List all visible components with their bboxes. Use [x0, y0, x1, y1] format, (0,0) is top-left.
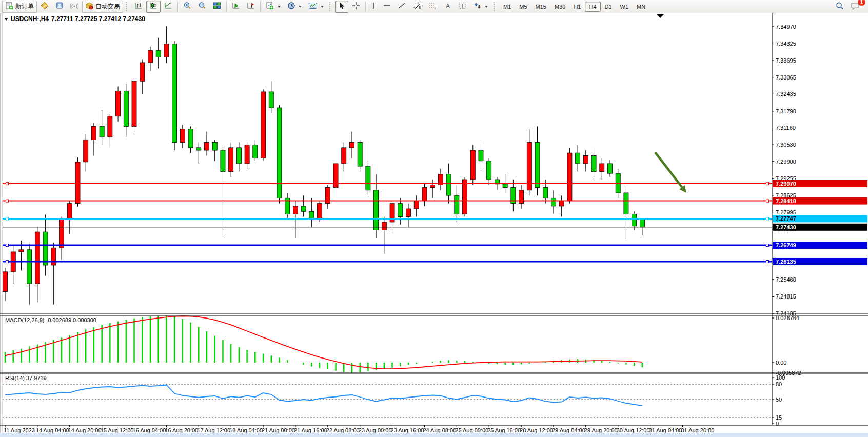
- chevron-down-icon: [321, 6, 324, 8]
- templates-icon: [308, 2, 318, 11]
- timeframe-D1[interactable]: D1: [601, 2, 616, 12]
- price-tick-label: 7.31790: [776, 108, 796, 114]
- rsi-axis-label: 15: [776, 414, 782, 421]
- candle-body: [430, 185, 435, 187]
- macd-axis-label: 0.026764: [776, 315, 799, 321]
- text-label-button[interactable]: T: [455, 1, 470, 13]
- navigator-button[interactable]: [37, 1, 52, 13]
- candle-body: [19, 250, 24, 252]
- hline-handle[interactable]: [6, 182, 9, 185]
- price-tick-label: 7.33695: [776, 57, 796, 64]
- hline-handle[interactable]: [6, 244, 9, 247]
- templates-button[interactable]: [305, 1, 327, 13]
- timeframe-M5[interactable]: M5: [515, 2, 531, 12]
- chart-canvas[interactable]: 7.349707.343257.336957.330657.324357.317…: [0, 13, 868, 437]
- autotrading-icon: [85, 2, 93, 11]
- new-order-button[interactable]: 新订单: [2, 1, 37, 13]
- candle-body: [43, 232, 48, 265]
- candle-body: [100, 126, 104, 137]
- candlestick-chart-button[interactable]: [146, 1, 161, 13]
- fibonacci-button[interactable]: F: [425, 1, 441, 13]
- line-chart-button[interactable]: [161, 1, 175, 13]
- one-click-trading-caret-icon[interactable]: [4, 18, 8, 21]
- trendline-button[interactable]: [394, 1, 409, 13]
- search-button[interactable]: [832, 1, 847, 13]
- chart-title: USDCNH-,H4 7.27711 7.27725 7.27412 7.274…: [4, 15, 145, 23]
- mt4-application-window: 新订单 自动交易: [0, 0, 868, 437]
- notification-count-badge: 1: [858, 0, 865, 6]
- candle-body: [35, 232, 40, 284]
- rsi-axis-label: 50: [776, 396, 782, 403]
- market-watch-button[interactable]: [52, 1, 67, 13]
- candle-body: [164, 44, 169, 57]
- candle-body: [463, 180, 467, 214]
- navigator-icon: [41, 2, 49, 11]
- timeframe-M1[interactable]: M1: [499, 2, 515, 12]
- new-order-label: 新订单: [15, 2, 34, 11]
- chart-shift-button[interactable]: [244, 1, 258, 13]
- horizontal-line-button[interactable]: [380, 1, 394, 13]
- signals-button[interactable]: [67, 1, 82, 13]
- hline-handle[interactable]: [6, 260, 9, 263]
- hline-handle[interactable]: [6, 200, 9, 202]
- price-tick-label: 7.30530: [776, 142, 796, 148]
- auto-scroll-button[interactable]: [229, 1, 243, 13]
- price-tick-label: 7.31160: [776, 125, 796, 131]
- chart-shift-icon: [247, 2, 255, 11]
- new-chart-button[interactable]: [263, 1, 284, 13]
- chart-window: 7.349707.343257.336957.330657.324357.317…: [0, 13, 868, 437]
- candle-body: [527, 142, 531, 190]
- price-badge-label: 7.28418: [776, 198, 796, 204]
- autotrading-button[interactable]: 自动交易: [82, 1, 123, 13]
- hline-handle[interactable]: [766, 244, 769, 247]
- candle-body: [349, 142, 354, 147]
- zoom-out-button[interactable]: [195, 1, 209, 13]
- timeframe-H4[interactable]: H4: [585, 2, 600, 12]
- candle-body: [205, 142, 209, 150]
- timeframe-W1[interactable]: W1: [616, 2, 633, 12]
- chart-title-ohlc: 7.27711 7.27725 7.27412 7.27430: [51, 15, 145, 23]
- chevron-down-icon: [278, 6, 281, 8]
- signal-icon: [70, 2, 78, 11]
- candle-body: [422, 188, 427, 201]
- candle-body: [212, 142, 217, 150]
- periods-button[interactable]: [284, 1, 305, 13]
- toolbar-grip: [494, 2, 497, 11]
- tile-windows-button[interactable]: [210, 1, 224, 13]
- candle-body: [132, 81, 136, 126]
- arrows-button[interactable]: [470, 1, 491, 13]
- bar-chart-button[interactable]: [131, 1, 146, 13]
- toolbar-grip: [329, 2, 332, 11]
- arrow-objects-icon: [474, 2, 482, 11]
- hline-handle[interactable]: [766, 182, 769, 185]
- chart-title-symbol: USDCNH-,H4: [11, 15, 49, 23]
- candle-body: [91, 126, 96, 140]
- vertical-line-icon: [371, 2, 376, 11]
- hline-handle[interactable]: [766, 260, 769, 263]
- timeframe-H1[interactable]: H1: [569, 2, 585, 12]
- vertical-line-button[interactable]: [368, 1, 379, 13]
- main-toolbar: 新订单 自动交易: [0, 0, 868, 13]
- autotrading-label: 自动交易: [95, 2, 120, 11]
- hline-handle[interactable]: [6, 217, 9, 220]
- timeframe-MN[interactable]: MN: [633, 2, 649, 12]
- hline-handle[interactable]: [766, 200, 769, 202]
- cursor-arrow-icon: [338, 2, 345, 11]
- search-icon: [835, 2, 844, 12]
- price-tick-label: 7.33065: [776, 74, 796, 81]
- zoom-in-button[interactable]: [180, 1, 194, 13]
- equidistant-channel-button[interactable]: E: [409, 1, 425, 13]
- zoom-in-icon: [183, 2, 191, 11]
- candle-body: [470, 150, 475, 180]
- timeframe-M15[interactable]: M15: [531, 2, 550, 12]
- candle-body: [84, 140, 88, 162]
- text-button[interactable]: A: [441, 1, 455, 13]
- candle-body: [479, 150, 483, 161]
- crosshair-button[interactable]: [349, 1, 363, 13]
- notifications-button[interactable]: 1: [847, 1, 863, 13]
- cursor-button[interactable]: [335, 1, 348, 13]
- crosshair-icon: [352, 2, 360, 11]
- timeframe-M30[interactable]: M30: [550, 2, 569, 12]
- hline-handle[interactable]: [766, 217, 769, 220]
- svg-text:F: F: [435, 6, 437, 10]
